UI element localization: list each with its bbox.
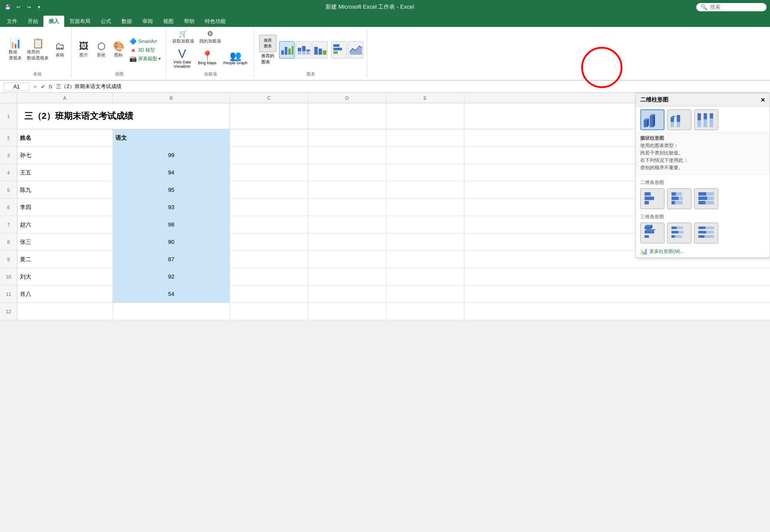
col-header-b[interactable]: B [113,93,230,103]
cell-d7[interactable] [308,216,386,233]
cell-e2[interactable] [386,129,464,146]
100pct-bar-3d-btn[interactable] [694,223,718,243]
cell-d3[interactable] [308,147,386,164]
cell-e12[interactable] [386,303,464,320]
tab-insert[interactable]: 插入 [43,16,64,27]
cell-e9[interactable] [386,251,464,268]
tab-view[interactable]: 视图 [158,16,179,27]
cell-c3[interactable] [230,147,308,164]
cell-a7[interactable]: 赵六 [17,216,113,233]
cell-b9[interactable]: 87 [113,251,230,268]
cell-c12[interactable] [230,303,308,320]
icon-btn[interactable]: 🎨 图标 [111,41,126,59]
col-header-a[interactable]: A [17,93,113,103]
cell-d9[interactable] [308,251,386,268]
cell-b4[interactable]: 94 [113,164,230,181]
get-addins-btn[interactable]: 🛒 获取加载项 [171,30,196,45]
save-icon[interactable]: 💾 [3,3,12,11]
cell-e7[interactable] [386,216,464,233]
cell-e11[interactable] [386,286,464,302]
tab-data[interactable]: 数据 [116,16,137,27]
my-addins-btn[interactable]: ⚙ 我的加载项 [197,30,223,45]
cell-a4[interactable]: 王五 [17,164,113,181]
cell-d5[interactable] [308,181,386,198]
cell-c10[interactable] [230,268,308,285]
cell-d4[interactable] [308,164,386,181]
shape-btn[interactable]: ⬡ 形状 [93,41,109,59]
column-chart-btn[interactable] [279,41,295,59]
cell-d10[interactable] [308,268,386,285]
tab-home[interactable]: 开始 [23,16,43,27]
tab-help[interactable]: 帮助 [179,16,200,27]
cell-b10[interactable]: 92 [113,268,230,285]
3d-model-btn[interactable]: 🔺 3D 模型 [128,46,162,54]
header-name[interactable]: 姓名 [17,129,113,146]
cell-c8[interactable] [230,233,308,250]
cell-d8[interactable] [308,233,386,250]
more-charts-link[interactable]: 📊 更多柱形图(M)... [636,245,770,257]
clustered-bar-2d-btn[interactable] [640,188,665,209]
people-graph-btn[interactable]: 👥 People Graph [220,49,250,67]
cell-c11[interactable] [230,286,308,302]
cell-b5[interactable]: 95 [113,181,230,198]
recommend-pivot-btn[interactable]: 📋 推荐的数据透视表 [25,38,50,62]
stacked-bar-3d-btn[interactable] [667,223,691,243]
formula-input[interactable] [56,84,767,90]
customize-btn[interactable]: ▾ [35,3,43,11]
tab-special[interactable]: 特色功能 [200,16,231,27]
stacked-column-3d-btn[interactable] [667,109,691,130]
pivot-table-btn[interactable]: 📊 数据透视表 [7,38,23,62]
cell-b6[interactable]: 93 [113,199,230,216]
cell-a5[interactable]: 陈九 [17,181,113,198]
search-box[interactable]: 🔍 [696,3,767,11]
100pct-bar-2d-btn[interactable] [694,188,718,209]
cell-c1[interactable] [230,103,308,129]
recommend-chart-btn[interactable]: 推荐图表 推荐的图表 [258,34,277,66]
visio-btn[interactable]: V Visio DataVisualizer [171,46,194,70]
cell-b3[interactable]: 99 [113,147,230,164]
stacked-bar-2d-btn[interactable] [667,188,691,209]
cell-a12[interactable] [17,303,113,320]
bar-chart-btn[interactable] [331,41,347,59]
line-chart-btn[interactable] [312,41,328,59]
clustered-bar-3d-btn[interactable] [640,223,665,243]
cell-e10[interactable] [386,268,464,285]
cell-e5[interactable] [386,181,464,198]
cell-a10[interactable]: 刘大 [17,268,113,285]
cell-b7[interactable]: 98 [113,216,230,233]
cell-e8[interactable] [386,233,464,250]
smartart-btn[interactable]: 🔷 SmartArt [128,37,162,45]
cell-a9[interactable]: 黄二 [17,251,113,268]
cell-reference[interactable] [3,82,30,91]
cell-d1[interactable] [308,103,386,129]
stacked-column-btn[interactable] [296,41,311,59]
100pct-column-3d-btn[interactable] [694,109,718,130]
cell-c7[interactable] [230,216,308,233]
cell-c6[interactable] [230,199,308,216]
clustered-column-3d-btn[interactable] [640,109,665,130]
table-btn[interactable]: 🗂 表格 [52,41,68,59]
cell-c9[interactable] [230,251,308,268]
cell-b11[interactable]: 54 [113,286,230,302]
area-chart-btn[interactable] [348,41,363,59]
picture-btn[interactable]: 🖼 图片 [76,41,92,59]
undo-btn[interactable]: ↩ [14,3,23,11]
header-score[interactable]: 语文 [113,129,230,146]
cell-a6[interactable]: 李四 [17,199,113,216]
cell-e4[interactable] [386,164,464,181]
bing-maps-btn[interactable]: 📍 Bing Maps [195,49,219,67]
col-header-c[interactable]: C [230,93,308,103]
cell-d6[interactable] [308,199,386,216]
cell-d2[interactable] [308,129,386,146]
tab-layout[interactable]: 页面布局 [64,16,95,27]
cell-a11[interactable]: 肖八 [17,286,113,302]
cell-a3[interactable]: 孙七 [17,147,113,164]
cell-c5[interactable] [230,181,308,198]
cell-b8[interactable]: 90 [113,233,230,250]
screenshot-btn[interactable]: 📸 屏幕截图 ▾ [128,55,162,62]
cell-a8[interactable]: 张三 [17,233,113,250]
sheet-title[interactable]: 三（2）班期末语文考试成绩 [17,103,230,129]
cell-e1[interactable] [386,103,464,129]
tab-formula[interactable]: 公式 [95,16,116,27]
cell-d12[interactable] [308,303,386,320]
